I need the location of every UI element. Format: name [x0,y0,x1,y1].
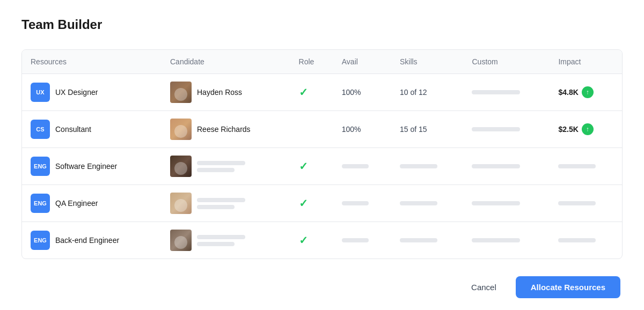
skills-value: 15 of 15 [400,125,427,134]
impact-value: $4.8K [558,88,578,97]
avatar [170,156,192,177]
resource-cell-2: ENG Software Engineer [22,148,162,185]
avatar [170,193,192,214]
skills-placeholder [400,164,437,168]
table-row: ENG QA Engineer ✓ [22,185,622,222]
check-icon: ✓ [299,160,308,172]
skills-cell-2 [391,148,464,185]
avatar [170,82,192,103]
table-row: ENG Software Engineer ✓ [22,148,622,185]
avail-value: 100% [342,88,361,97]
avail-cell-3 [333,185,391,222]
role-cell-4: ✓ [290,222,333,259]
check-icon: ✓ [299,234,308,246]
col-avail: Avail [333,50,391,74]
candidate-cell-2 [162,148,290,185]
resource-badge: ENG [31,194,50,213]
col-resources: Resources [22,50,162,74]
impact-arrow-icon: ↑ [582,86,594,98]
avail-cell-4 [333,222,391,259]
resource-cell-4: ENG Back-end Engineer [22,222,162,259]
custom-cell-3 [463,185,550,222]
page-title: Team Builder [21,17,623,32]
skills-cell-3 [391,185,464,222]
col-impact: Impact [550,50,622,74]
skills-placeholder [400,201,437,205]
candidate-placeholder [197,198,245,209]
custom-cell-4 [463,222,550,259]
footer-actions: Cancel Allocate Resources [21,276,623,298]
resource-name: Software Engineer [55,162,117,171]
table-row: UX UX Designer Hayden Ross ✓100%10 of 12… [22,74,622,111]
impact-cell-2 [550,148,622,185]
candidate-name: Hayden Ross [197,88,242,97]
candidate-cell-4 [162,222,290,259]
resource-badge: CS [31,120,50,139]
avail-placeholder [342,238,369,242]
custom-placeholder [472,201,520,205]
resource-name: QA Engineer [55,199,98,208]
avail-cell-0: 100% [333,74,391,111]
candidate-cell-0: Hayden Ross [162,74,290,111]
check-icon: ✓ [299,197,308,209]
resource-badge: ENG [31,231,50,250]
custom-cell-0 [463,74,550,111]
role-cell-0: ✓ [290,74,333,111]
role-cell-1 [290,111,333,148]
avail-cell-2 [333,148,391,185]
role-cell-3: ✓ [290,185,333,222]
resource-badge: ENG [31,157,50,176]
avatar [170,119,192,140]
custom-placeholder [472,238,520,242]
impact-cell-0: $4.8K ↑ [550,74,622,111]
custom-cell-2 [463,148,550,185]
table-header: Resources Candidate Role Avail Skills Cu… [22,50,622,74]
col-skills: Skills [391,50,464,74]
resource-name: Consultant [55,125,91,134]
candidate-placeholder [197,235,245,246]
skills-placeholder [400,238,437,242]
table-row: CS Consultant Reese Richards 100%15 of 1… [22,111,622,148]
impact-value: $2.5K [558,125,578,134]
impact-cell-3 [550,185,622,222]
team-builder-table: Resources Candidate Role Avail Skills Cu… [21,49,623,259]
custom-placeholder [472,164,520,168]
col-candidate: Candidate [162,50,290,74]
check-icon: ✓ [299,86,308,98]
cancel-button[interactable]: Cancel [460,277,507,297]
col-custom: Custom [463,50,550,74]
custom-placeholder [472,90,520,94]
impact-placeholder [558,201,596,205]
custom-placeholder [472,127,520,131]
impact-cell-1: $2.5K ↑ [550,111,622,148]
resource-cell-3: ENG QA Engineer [22,185,162,222]
impact-cell-4 [550,222,622,259]
avail-value: 100% [342,125,361,134]
impact-placeholder [558,238,596,242]
skills-cell-0: 10 of 12 [391,74,464,111]
role-cell-2: ✓ [290,148,333,185]
avail-placeholder [342,164,369,168]
resource-name: UX Designer [55,88,98,97]
resource-badge: UX [31,83,50,102]
allocate-resources-button[interactable]: Allocate Resources [516,276,620,298]
resource-cell-1: CS Consultant [22,111,162,148]
candidate-cell-3 [162,185,290,222]
custom-cell-1 [463,111,550,148]
avatar [170,230,192,251]
skills-value: 10 of 12 [400,88,427,97]
candidate-name: Reese Richards [197,125,251,134]
avail-cell-1: 100% [333,111,391,148]
table-row: ENG Back-end Engineer ✓ [22,222,622,259]
candidate-placeholder [197,161,245,172]
impact-arrow-icon: ↑ [582,123,594,135]
skills-cell-1: 15 of 15 [391,111,464,148]
col-role: Role [290,50,333,74]
resource-name: Back-end Engineer [55,236,119,245]
avail-placeholder [342,201,369,205]
resource-cell-0: UX UX Designer [22,74,162,111]
skills-cell-4 [391,222,464,259]
candidate-cell-1: Reese Richards [162,111,290,148]
impact-placeholder [558,164,596,168]
